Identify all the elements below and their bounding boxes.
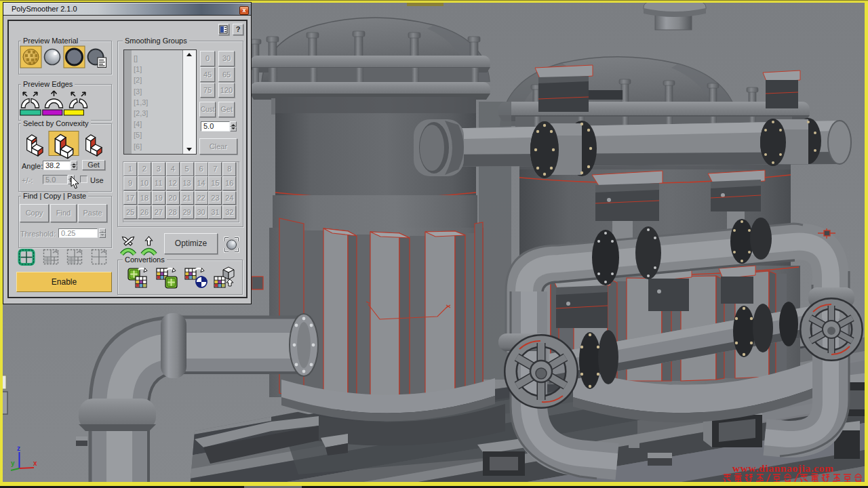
svg-text:z: z: [17, 445, 20, 452]
svg-text:www.diannaojia.com: www.diannaojia.com: [732, 462, 833, 474]
svg-text:y: y: [11, 460, 15, 467]
svg-text:x: x: [33, 460, 37, 467]
